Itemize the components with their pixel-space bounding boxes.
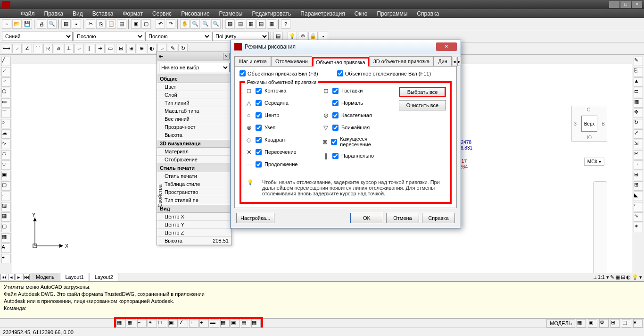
- menu-file[interactable]: Файл: [16, 9, 40, 18]
- cut-icon[interactable]: ✂: [86, 19, 95, 29]
- prop-color[interactable]: Цвет: [157, 83, 231, 91]
- sb-icon[interactable]: ◐: [626, 274, 631, 280]
- copy-icon[interactable]: ⎘: [96, 19, 106, 29]
- sb-icon[interactable]: ▣: [588, 319, 597, 328]
- prop-plottype[interactable]: Тип стилей пе: [157, 196, 231, 204]
- region-icon[interactable]: ▢: [1, 223, 11, 232]
- prop-thickness[interactable]: Высота: [157, 131, 231, 139]
- select-all-button[interactable]: Выбрать все: [399, 87, 446, 97]
- block-icon[interactable]: ▣: [131, 19, 140, 29]
- selection-combo[interactable]: Ничего не выбр: [159, 63, 230, 72]
- polygon-icon[interactable]: ⬠: [1, 88, 11, 97]
- menu-dimension[interactable]: Размеры: [215, 9, 248, 18]
- snap-checkbox[interactable]: [332, 88, 339, 94]
- snap-toggle[interactable]: ▦: [116, 319, 126, 328]
- dim-aligned-icon[interactable]: ⟋: [12, 44, 22, 53]
- snap-item[interactable]: ○Центр: [245, 111, 313, 119]
- line-icon[interactable]: ╱: [1, 57, 11, 66]
- command-window[interactable]: Утилиты меню AutoCAD загружены. Файл Aut…: [0, 281, 644, 318]
- array-icon[interactable]: ▦: [634, 98, 643, 108]
- explode-icon[interactable]: ✶: [634, 223, 643, 232]
- new-icon[interactable]: ▫: [2, 19, 11, 29]
- settings-button[interactable]: Настройка...: [236, 213, 274, 223]
- dim-ord-icon[interactable]: ⊥: [64, 44, 74, 53]
- prop-lineweight[interactable]: Вес линий: [157, 115, 231, 123]
- snap-item[interactable]: ---Продолжение: [245, 160, 313, 168]
- block-icon[interactable]: ▢: [141, 19, 151, 29]
- lineweight-combo[interactable]: Послою: [145, 32, 211, 41]
- snap-checkbox[interactable]: [256, 149, 262, 155]
- tool-icon[interactable]: ▪: [72, 19, 81, 29]
- help-icon[interactable]: ?: [281, 19, 290, 29]
- group-plot[interactable]: Стиль печати: [157, 164, 231, 172]
- close-button[interactable]: ×: [632, 1, 642, 8]
- cancel-button[interactable]: Отмена: [386, 213, 419, 223]
- tab-3dosnap[interactable]: 3D объектная привязка: [369, 56, 434, 66]
- polyline-icon[interactable]: ⟋: [1, 77, 11, 87]
- menu-window[interactable]: Окно: [350, 9, 372, 18]
- ortho-toggle[interactable]: ⌐: [137, 319, 147, 328]
- paste-icon[interactable]: 📋: [107, 19, 116, 29]
- prop-material[interactable]: Материал: [157, 148, 231, 156]
- prop-linetype[interactable]: Тип линий: [157, 99, 231, 107]
- blend-icon[interactable]: ∿: [634, 212, 643, 222]
- sb-bulb-icon[interactable]: 💡: [632, 274, 638, 280]
- snap-item[interactable]: ⊗Узел: [245, 124, 313, 131]
- prop-centerx[interactable]: Центр X: [157, 213, 231, 221]
- dim-space-icon[interactable]: ▭: [106, 44, 115, 53]
- scale-icon[interactable]: ⤢: [634, 129, 643, 139]
- sb-icon[interactable]: ✎: [610, 274, 614, 280]
- panel-close-icon[interactable]: ×: [223, 53, 230, 59]
- insert-block-icon[interactable]: ▣: [1, 171, 11, 180]
- preview-icon[interactable]: 🔍: [47, 19, 57, 29]
- menu-programs[interactable]: Программы: [372, 9, 413, 18]
- coordinates-display[interactable]: 2324952.45, 6112390.66, 0.00: [3, 329, 74, 335]
- menu-insert[interactable]: Вставка: [88, 9, 118, 18]
- undo-icon[interactable]: ↶: [156, 19, 165, 29]
- menu-format[interactable]: Формат: [118, 9, 148, 18]
- ellipse-icon[interactable]: ⬭: [1, 150, 11, 160]
- xline-icon[interactable]: ⟋: [1, 67, 11, 76]
- toolpalette-icon[interactable]: ▦: [246, 19, 256, 29]
- dim-break-icon[interactable]: ⊟: [116, 44, 125, 53]
- osnap-toggle[interactable]: □: [158, 319, 167, 328]
- prop-display[interactable]: Отображение: [157, 156, 231, 164]
- snap-checkbox[interactable]: [256, 88, 262, 94]
- addselected-icon[interactable]: +: [1, 254, 11, 263]
- tab-osnap[interactable]: Объектная привязка: [312, 57, 369, 67]
- dim-diam-icon[interactable]: ⌀: [54, 44, 63, 53]
- group-3dviz[interactable]: 3D визуализаци: [157, 139, 231, 148]
- sheet-layout1[interactable]: Layout1: [60, 273, 89, 281]
- cmd-prompt[interactable]: Команда:: [4, 305, 640, 312]
- publish-icon[interactable]: ▦: [61, 19, 71, 29]
- tab-snap-grid[interactable]: Шаг и сетка: [234, 56, 271, 66]
- snap-checkbox[interactable]: [332, 153, 339, 159]
- snap-item[interactable]: ⊘Касательная: [322, 111, 389, 119]
- snap-checkbox[interactable]: [256, 137, 262, 143]
- snap-item[interactable]: ⊠Кажущееся пересечение: [322, 136, 389, 147]
- panel-header[interactable]: ⇤ ×: [157, 51, 231, 61]
- save-icon[interactable]: 💾: [23, 19, 32, 29]
- view-cube[interactable]: С Ю В З Верх: [571, 106, 607, 142]
- dialog-titlebar[interactable]: Режимы рисования ×: [231, 40, 461, 53]
- sb-icon[interactable]: ▾: [639, 274, 642, 280]
- snap-checkbox[interactable]: [331, 139, 337, 145]
- dialog-close-button[interactable]: ×: [436, 42, 457, 51]
- prop-height[interactable]: Высота208.51: [157, 237, 231, 245]
- snap-checkbox[interactable]: [256, 100, 262, 106]
- extend-icon[interactable]: →: [634, 160, 643, 170]
- tab-scroll-left[interactable]: ◂: [453, 57, 456, 66]
- sb-icon[interactable]: ▢: [622, 319, 631, 328]
- gradient-icon[interactable]: ▦: [1, 212, 11, 222]
- otrack-on-checkbox[interactable]: Объектное отслеживание Вкл (F11): [337, 70, 431, 76]
- nav-bar[interactable]: [593, 181, 607, 276]
- viewcube-top[interactable]: Верх: [581, 116, 597, 132]
- snap-item[interactable]: ◇Квадрант: [245, 136, 313, 143]
- snap-checkbox[interactable]: [332, 100, 339, 106]
- tab-polar[interactable]: Отслеживани: [271, 56, 312, 66]
- minimize-button[interactable]: −: [609, 1, 619, 8]
- ellipse-arc-icon[interactable]: ⬭: [1, 160, 11, 170]
- sb-gear-icon[interactable]: ⚙: [599, 319, 609, 328]
- osnap-on-checkbox[interactable]: Объектная привязка Вкл (F3): [239, 70, 318, 76]
- join-icon[interactable]: ⊞: [634, 181, 643, 191]
